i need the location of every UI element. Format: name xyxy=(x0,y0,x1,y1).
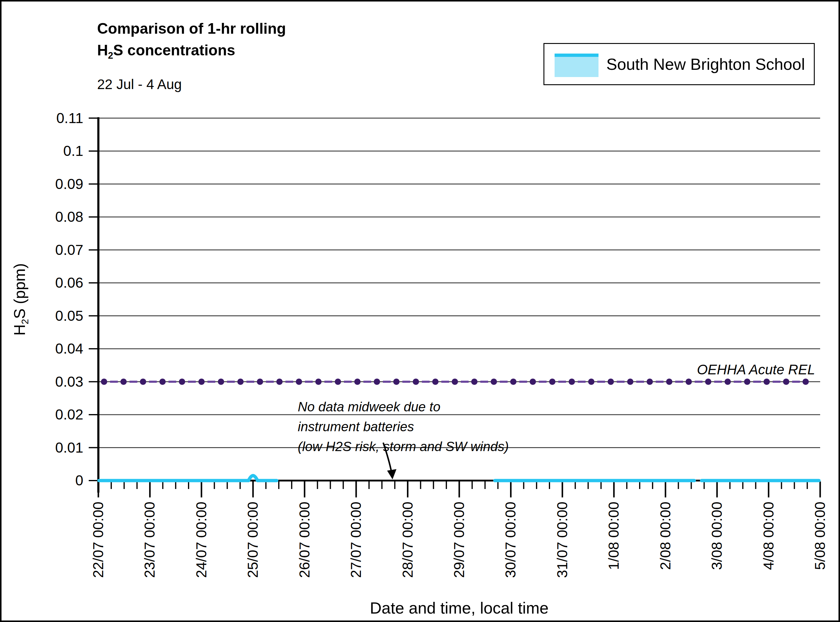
rel-marker xyxy=(588,378,595,385)
x-tick-label: 26/07 00:00 xyxy=(297,502,312,592)
rel-marker xyxy=(432,378,438,385)
rel-marker xyxy=(452,378,458,385)
annotation-line2: instrument batteries xyxy=(298,417,509,437)
y-tick-label: 0.01 xyxy=(20,439,83,457)
rel-marker xyxy=(296,378,302,385)
y-tick-label: 0.07 xyxy=(20,241,83,259)
x-tick-label: 1/08 00:00 xyxy=(606,502,622,592)
rel-marker xyxy=(276,378,283,385)
x-tick-label: 23/07 00:00 xyxy=(142,502,158,592)
rel-marker xyxy=(120,378,126,385)
y-tick-label: 0.02 xyxy=(20,406,83,424)
rel-marker xyxy=(393,378,400,385)
y-tick-label: 0.08 xyxy=(20,208,83,226)
y-tick-label: 0.09 xyxy=(20,175,83,193)
rel-marker xyxy=(315,378,321,385)
rel-marker xyxy=(510,378,516,385)
rel-marker xyxy=(783,378,790,385)
rel-marker xyxy=(607,378,614,385)
annotation-arrowhead xyxy=(387,469,396,479)
x-tick-label: 31/07 00:00 xyxy=(555,502,570,592)
rel-marker xyxy=(412,378,419,385)
rel-marker xyxy=(686,378,692,385)
rel-marker xyxy=(160,378,166,385)
x-tick-label: 3/08 00:00 xyxy=(709,502,725,592)
annotation-line1: No data midweek due to xyxy=(298,397,509,417)
no-data-annotation: No data midweek due to instrument batter… xyxy=(298,397,509,456)
y-tick-label: 0.04 xyxy=(20,340,83,358)
y-tick-label: 0.05 xyxy=(20,307,83,325)
rel-marker xyxy=(374,378,380,385)
rel-marker xyxy=(237,378,243,385)
y-tick-label: 0.06 xyxy=(20,274,83,292)
chart-subtitle: 22 Jul - 4 Aug xyxy=(97,76,182,92)
rel-marker xyxy=(101,378,107,385)
x-tick-label: 25/07 00:00 xyxy=(245,502,261,592)
annotation-line3: (low H2S risk, storm and SW winds) xyxy=(298,437,509,456)
rel-marker xyxy=(335,378,341,385)
x-tick-label: 29/07 00:00 xyxy=(452,502,467,592)
rel-marker xyxy=(549,378,555,385)
rel-marker xyxy=(744,378,750,385)
rel-marker xyxy=(491,378,497,385)
data-series-segment-1 xyxy=(99,476,277,480)
y-tick-label: 0.03 xyxy=(20,373,83,391)
x-tick-label: 24/07 00:00 xyxy=(194,502,209,592)
rel-marker xyxy=(647,378,653,385)
y-tick-label: 0.1 xyxy=(20,142,83,160)
rel-marker xyxy=(764,378,770,385)
legend-label: South New Brighton School xyxy=(606,44,805,84)
x-tick-label: 22/07 00:00 xyxy=(91,502,106,592)
x-tick-label: 5/08 00:00 xyxy=(812,502,828,592)
x-tick-label: 30/07 00:00 xyxy=(503,502,519,592)
rel-marker xyxy=(140,378,146,385)
rel-marker xyxy=(724,378,731,385)
x-tick-label: 28/07 00:00 xyxy=(400,502,415,592)
legend-box: South New Brighton School xyxy=(543,43,815,85)
rel-marker xyxy=(705,378,711,385)
y-tick-label: 0.11 xyxy=(20,109,83,127)
rel-marker xyxy=(257,378,263,385)
rel-marker xyxy=(802,378,809,385)
rel-marker xyxy=(627,378,633,385)
chart-title-line1: Comparison of 1-hr rolling xyxy=(97,18,286,40)
x-tick-label: 4/08 00:00 xyxy=(761,502,776,592)
oehha-acute-rel-label: OEHHA Acute REL xyxy=(659,361,815,378)
legend-swatch-south-new-brighton xyxy=(555,53,598,77)
rel-marker xyxy=(530,378,536,385)
rel-marker xyxy=(218,378,224,385)
rel-marker xyxy=(569,378,575,385)
y-tick-label: 0 xyxy=(20,471,83,489)
x-tick-label: 2/08 00:00 xyxy=(658,502,673,592)
chart-title: Comparison of 1-hr rolling H2S concentra… xyxy=(97,18,286,67)
chart-title-line2: H2S concentrations xyxy=(97,40,286,67)
x-tick-label: 27/07 00:00 xyxy=(348,502,364,592)
rel-marker xyxy=(666,378,673,385)
x-axis-title: Date and time, local time xyxy=(309,599,610,617)
rel-marker xyxy=(179,378,185,385)
rel-marker xyxy=(354,378,361,385)
chart-page: Comparison of 1-hr rolling H2S concentra… xyxy=(0,0,840,622)
rel-marker xyxy=(471,378,478,385)
rel-marker xyxy=(198,378,205,385)
